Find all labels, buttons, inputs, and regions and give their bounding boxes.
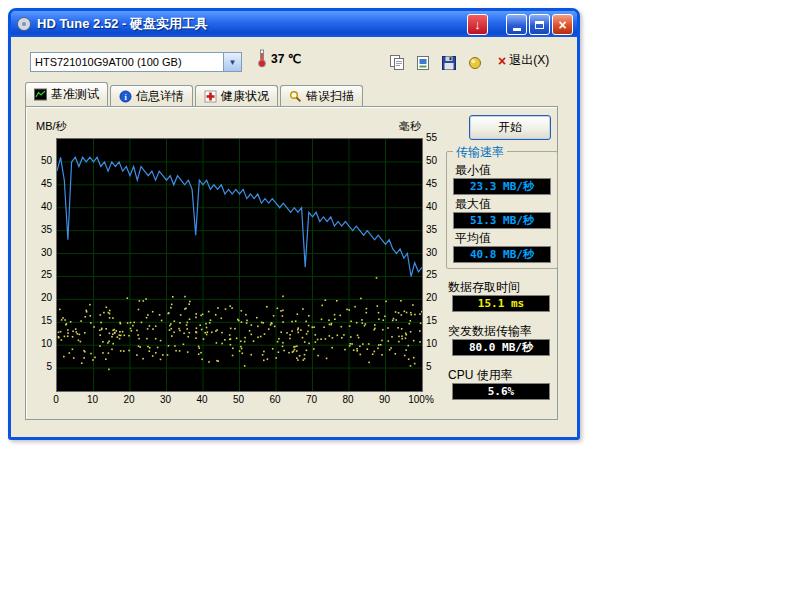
y-axis-tick-left: 35 — [26, 224, 52, 235]
save-image-button[interactable] — [438, 52, 460, 74]
download-arrow-button[interactable]: ↓ — [467, 14, 488, 35]
close-button[interactable]: × — [552, 14, 573, 35]
toolbar — [386, 52, 486, 74]
tab-label: 健康状况 — [221, 88, 269, 105]
copy-text-button[interactable] — [386, 52, 408, 74]
copy-text-icon — [388, 54, 406, 72]
y-axis-tick-left: 40 — [26, 201, 52, 212]
y-axis-tick-left: 10 — [26, 338, 52, 349]
app-window: HD Tune 2.52 - 硬盘实用工具 ↓ × HTS721010G9AT0… — [8, 8, 580, 440]
tab-label: 基准测试 — [51, 86, 99, 103]
start-button[interactable]: 开始 — [469, 115, 551, 140]
y-axis-tick-left: 45 — [26, 178, 52, 189]
y-axis-tick-left: 25 — [26, 269, 52, 280]
y-axis-tick-right: 30 — [426, 247, 452, 258]
x-axis-tick: 80 — [333, 394, 363, 405]
y-axis-tick-right: 35 — [426, 224, 452, 235]
thermometer-icon — [257, 49, 267, 68]
x-axis-tick: 40 — [187, 394, 217, 405]
exit-x-icon: × — [498, 54, 506, 68]
x-axis-tick: 90 — [370, 394, 400, 405]
x-axis-tick: 30 — [151, 394, 181, 405]
tab-strip: 基准测试 i 信息详情 — [25, 83, 365, 106]
cpu-usage-label: CPU 使用率 — [448, 367, 513, 384]
drive-select[interactable]: HTS721010G9AT00 (100 GB) ▼ — [30, 52, 242, 72]
tab-label: 信息详情 — [136, 88, 184, 105]
benchmark-panel: MB/秒 毫秒 开始 传输速率 最小值 23.3 MB/秒 最大值 51.3 M… — [25, 106, 558, 420]
burst-rate-label: 突发数据传输率 — [448, 323, 532, 340]
save-image-icon — [440, 54, 458, 72]
tab-label: 错误扫描 — [306, 88, 354, 105]
error-scan-magnifier-icon — [289, 90, 302, 103]
temperature-value: 37 ℃ — [271, 52, 301, 66]
tab-health[interactable]: 健康状况 — [195, 85, 278, 106]
avg-label: 平均值 — [455, 230, 491, 247]
x-axis-tick: 70 — [297, 394, 327, 405]
minimize-button[interactable] — [506, 14, 527, 35]
benchmark-chart — [56, 138, 423, 392]
close-icon: × — [558, 18, 566, 32]
y-axis-tick-left: 5 — [26, 361, 52, 372]
x-axis-tick: 100% — [406, 394, 436, 405]
transfer-rate-group-title: 传输速率 — [453, 144, 507, 161]
y-axis-tick-right: 15 — [426, 315, 452, 326]
burst-rate-value: 80.0 MB/秒 — [452, 339, 550, 356]
benchmark-icon — [34, 88, 47, 101]
y-axis-tick-right: 20 — [426, 292, 452, 303]
y-axis-tick-right: 55 — [426, 132, 452, 143]
avg-value: 40.8 MB/秒 — [453, 246, 551, 263]
drive-select-value: HTS721010G9AT00 (100 GB) — [31, 53, 223, 71]
health-cross-icon — [204, 90, 217, 103]
y-axis-tick-right: 45 — [426, 178, 452, 189]
maximize-button[interactable] — [529, 14, 550, 35]
cpu-usage-value: 5.6% — [452, 383, 550, 400]
tab-benchmark[interactable]: 基准测试 — [25, 82, 108, 106]
copy-image-button[interactable] — [412, 52, 434, 74]
titlebar-buttons: ↓ × — [467, 14, 573, 35]
temperature-indicator: 37 ℃ — [257, 49, 301, 68]
x-axis-tick: 0 — [41, 394, 71, 405]
y-axis-tick-right: 10 — [426, 338, 452, 349]
minimize-icon — [513, 28, 521, 31]
max-label: 最大值 — [455, 196, 491, 213]
y-axis-tick-right: 40 — [426, 201, 452, 212]
titlebar[interactable]: HD Tune 2.52 - 硬盘实用工具 ↓ × — [11, 11, 577, 37]
x-axis-tick: 10 — [78, 394, 108, 405]
y-axis-tick-right: 5 — [426, 361, 452, 372]
min-value: 23.3 MB/秒 — [453, 178, 551, 195]
tab-error-scan[interactable]: 错误扫描 — [280, 85, 363, 106]
right-axis-label: 毫秒 — [371, 119, 421, 134]
transfer-rate-group: 传输速率 最小值 23.3 MB/秒 最大值 51.3 MB/秒 平均值 40.… — [446, 151, 558, 269]
y-axis-tick-left: 15 — [26, 315, 52, 326]
exit-button[interactable]: × 退出(X) — [498, 52, 549, 69]
maximize-icon — [535, 21, 544, 29]
info-icon: i — [119, 90, 132, 103]
x-axis-tick: 50 — [224, 394, 254, 405]
access-time-value: 15.1 ms — [452, 295, 550, 312]
min-label: 最小值 — [455, 162, 491, 179]
x-axis-tick: 60 — [260, 394, 290, 405]
client-area: HTS721010G9AT00 (100 GB) ▼ 37 ℃ — [11, 37, 577, 437]
app-icon — [16, 16, 32, 32]
y-axis-tick-right: 50 — [426, 155, 452, 166]
options-icon — [466, 54, 484, 72]
exit-label: 退出(X) — [509, 52, 549, 69]
chevron-down-icon[interactable]: ▼ — [223, 53, 241, 71]
copy-image-icon — [414, 54, 432, 72]
y-axis-tick-left: 20 — [26, 292, 52, 303]
tab-info[interactable]: i 信息详情 — [110, 85, 193, 106]
y-axis-tick-left: 30 — [26, 247, 52, 258]
left-axis-label: MB/秒 — [36, 119, 67, 134]
y-axis-tick-left: 50 — [26, 155, 52, 166]
max-value: 51.3 MB/秒 — [453, 212, 551, 229]
down-arrow-icon: ↓ — [474, 18, 481, 31]
x-axis-tick: 20 — [114, 394, 144, 405]
options-button[interactable] — [464, 52, 486, 74]
access-time-label: 数据存取时间 — [448, 279, 520, 296]
y-axis-tick-right: 25 — [426, 269, 452, 280]
window-title: HD Tune 2.52 - 硬盘实用工具 — [37, 11, 208, 37]
